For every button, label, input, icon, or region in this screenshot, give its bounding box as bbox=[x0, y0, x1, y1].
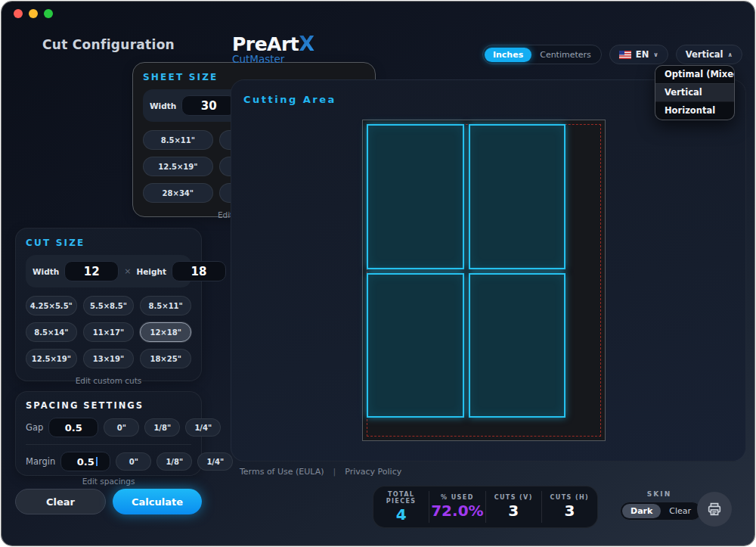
gap-row: Gap 0"1/8"1/4" bbox=[26, 418, 191, 437]
times-symbol: × bbox=[124, 266, 131, 276]
cut-dimensions-row: Width × Height bbox=[26, 255, 191, 287]
stat-0: TOTAL PIECES4 bbox=[373, 488, 429, 527]
calculate-button[interactable]: Calculate bbox=[113, 489, 202, 514]
footer-links: Terms of Use (EULA)|Privacy Policy bbox=[240, 467, 401, 477]
skin-label: SKIN bbox=[620, 490, 699, 498]
spacing-settings-header: SPACING SETTINGS bbox=[26, 400, 191, 411]
cut-preset-1[interactable]: 5.5×8.5" bbox=[83, 296, 135, 315]
app-logo: PreArtX CutMaster bbox=[232, 33, 314, 65]
stat-label: CUTS (V) bbox=[488, 494, 540, 501]
cut-piece-2 bbox=[469, 124, 566, 269]
text-cursor bbox=[96, 457, 98, 466]
orientation-dropdown-button[interactable]: Vertical ∧ bbox=[676, 45, 742, 64]
skin-block: SKIN Dark Clear bbox=[620, 490, 699, 521]
cutting-area-title: Cutting Area bbox=[243, 94, 336, 105]
language-label: EN bbox=[636, 49, 649, 60]
spacing-settings-card: SPACING SETTINGS Gap 0"1/8"1/4" Margin 0… bbox=[15, 391, 202, 476]
cut-width-input[interactable] bbox=[64, 261, 119, 281]
cut-size-header: CUT SIZE bbox=[26, 238, 191, 248]
cut-preset-5[interactable]: 12×18" bbox=[140, 322, 191, 342]
margin-input[interactable] bbox=[60, 452, 110, 471]
cut-preset-grid: 4.25×5.5"5.5×8.5"8.5×11"8.5×14"11×17"12×… bbox=[26, 296, 191, 368]
sheet-preview bbox=[362, 120, 606, 441]
screenshot: Cut Configuration SHEET SIZE Width × Hei… bbox=[0, 0, 756, 547]
cut-preset-4[interactable]: 11×17" bbox=[83, 322, 135, 342]
skin-toggle: Dark Clear bbox=[620, 502, 702, 521]
window-controls bbox=[14, 9, 53, 18]
stat-1: % USED72.0% bbox=[429, 491, 485, 523]
spacing-divider bbox=[26, 444, 191, 445]
footer-link-1[interactable]: Privacy Policy bbox=[345, 467, 401, 477]
app-window: Cut Configuration SHEET SIZE Width × Hei… bbox=[2, 2, 754, 545]
stat-label: CUTS (H) bbox=[544, 494, 596, 501]
cut-preset-7[interactable]: 13×19" bbox=[83, 349, 135, 368]
cut-preset-8[interactable]: 18×25" bbox=[140, 349, 191, 368]
units-toggle: Inches Centimeters bbox=[482, 45, 602, 64]
language-dropdown-button[interactable]: EN ∨ bbox=[609, 45, 668, 64]
sheet-preset-0[interactable]: 8.5×11" bbox=[143, 130, 213, 150]
stat-value: 4 bbox=[375, 505, 427, 524]
stat-value: 72.0% bbox=[431, 502, 483, 520]
footer-link-0[interactable]: Terms of Use (EULA) bbox=[240, 467, 324, 477]
sheet-preset-6[interactable]: 28×34" bbox=[143, 183, 213, 203]
gap-input[interactable] bbox=[48, 418, 98, 437]
gap-label: Gap bbox=[26, 422, 43, 433]
stat-value: 3 bbox=[544, 502, 596, 520]
orientation-menu: Optimal (Mixed)VerticalHorizontal bbox=[655, 65, 735, 120]
margin-row: Margin 0"1/8"1/4" bbox=[26, 452, 191, 471]
stat-label: % USED bbox=[431, 494, 483, 501]
cut-piece-1 bbox=[367, 124, 464, 269]
gap-preset-0[interactable]: 0" bbox=[104, 418, 139, 437]
chevron-up-icon: ∧ bbox=[728, 51, 733, 58]
orientation-menu-item-0[interactable]: Optimal (Mixed) bbox=[655, 66, 734, 83]
minimize-button[interactable] bbox=[29, 9, 38, 18]
chevron-down-icon: ∨ bbox=[653, 51, 658, 58]
cutting-area-panel: Cutting Area bbox=[231, 79, 746, 462]
cut-height-input[interactable] bbox=[172, 261, 226, 281]
sheet-width-label: Width bbox=[150, 101, 176, 110]
units-centimeters-option[interactable]: Centimeters bbox=[531, 48, 600, 62]
gap-preset-1[interactable]: 1/8" bbox=[144, 418, 180, 437]
printer-icon bbox=[706, 501, 723, 517]
margin-preset-1[interactable]: 1/8" bbox=[156, 452, 192, 471]
cut-piece-3 bbox=[367, 273, 464, 418]
logo-subtitle: CutMaster bbox=[232, 54, 314, 65]
orientation-menu-item-1[interactable]: Vertical bbox=[655, 83, 734, 101]
sheet-preset-3[interactable]: 12.5×19" bbox=[143, 157, 213, 176]
close-button[interactable] bbox=[14, 9, 23, 18]
margin-preset-group: 0"1/8"1/4" bbox=[116, 452, 233, 471]
zoom-button[interactable] bbox=[44, 9, 53, 18]
stat-value: 3 bbox=[488, 502, 540, 520]
skin-dark-option[interactable]: Dark bbox=[622, 504, 661, 518]
edit-custom-cuts-link[interactable]: Edit custom cuts bbox=[26, 376, 191, 385]
stat-2: CUTS (V)3 bbox=[485, 491, 541, 523]
cut-width-label: Width bbox=[33, 267, 59, 276]
edit-spacings-link[interactable]: Edit spacings bbox=[26, 477, 191, 486]
cut-preset-6[interactable]: 12.5×19" bbox=[26, 349, 77, 368]
orientation-label: Vertical bbox=[686, 49, 723, 60]
units-inches-option[interactable]: Inches bbox=[485, 48, 531, 62]
clear-button[interactable]: Clear bbox=[15, 489, 106, 514]
logo-text: PreArt bbox=[232, 33, 299, 55]
action-buttons: Clear Calculate bbox=[15, 489, 202, 514]
footer-divider: | bbox=[333, 467, 336, 477]
gap-preset-group: 0"1/8"1/4" bbox=[104, 418, 221, 437]
cut-preset-3[interactable]: 8.5×14" bbox=[26, 322, 77, 342]
logo-x: X bbox=[299, 32, 314, 55]
print-button[interactable] bbox=[697, 492, 732, 527]
margin-preset-0[interactable]: 0" bbox=[116, 452, 151, 471]
skin-clear-option[interactable]: Clear bbox=[661, 504, 699, 518]
cut-preset-0[interactable]: 4.25×5.5" bbox=[26, 296, 77, 315]
gap-preset-2[interactable]: 1/4" bbox=[185, 418, 221, 437]
cut-piece-4 bbox=[469, 273, 566, 418]
stat-3: CUTS (H)3 bbox=[541, 491, 597, 523]
stats-bar: TOTAL PIECES4% USED72.0%CUTS (V)3CUTS (H… bbox=[373, 486, 598, 528]
margin-preset-2[interactable]: 1/4" bbox=[197, 452, 233, 471]
margin-label: Margin bbox=[26, 456, 55, 467]
stat-label: TOTAL PIECES bbox=[375, 491, 427, 505]
cut-size-card: CUT SIZE Width × Height 4.25×5.5"5.5×8.5… bbox=[15, 228, 202, 381]
cut-preset-2[interactable]: 8.5×11" bbox=[140, 296, 191, 315]
header-controls: Inches Centimeters EN ∨ Vertical ∧ bbox=[482, 45, 742, 64]
sheet-width-input[interactable] bbox=[181, 95, 236, 116]
orientation-menu-item-2[interactable]: Horizontal bbox=[655, 101, 734, 120]
